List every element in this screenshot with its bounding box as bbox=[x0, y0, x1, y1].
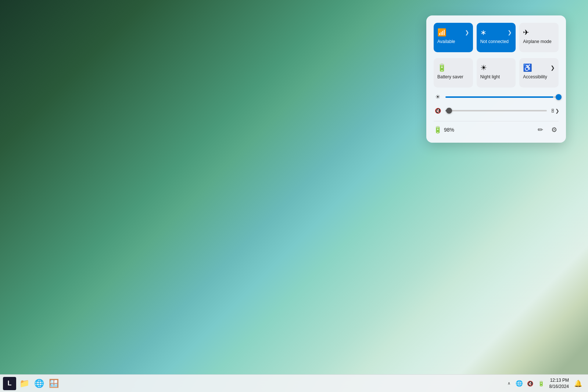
wifi-chevron-icon: ❯ bbox=[465, 29, 469, 35]
bottom-bar: 🔋 98% ✏ ⚙ bbox=[434, 121, 559, 135]
airplane-label: Airplane mode bbox=[523, 39, 551, 45]
mute-icon: 🔇 bbox=[434, 108, 442, 114]
clock-date: 8/16/2024 bbox=[549, 384, 569, 390]
bottom-actions: ✏ ⚙ bbox=[536, 124, 559, 135]
taskbar-app-store[interactable]: 🪟 bbox=[47, 377, 60, 390]
brightness-slider[interactable] bbox=[445, 96, 559, 98]
quick-settings-panel: 📶 ❯ Available ∗ ❯ Not connected ✈ Airpla… bbox=[426, 15, 566, 143]
brightness-slider-row: ☀ bbox=[434, 93, 559, 100]
toggle-grid-row1: 📶 ❯ Available ∗ ❯ Not connected ✈ Airpla… bbox=[434, 23, 559, 52]
brightness-icon: ☀ bbox=[434, 93, 442, 100]
volume-thumb[interactable] bbox=[446, 108, 452, 114]
speaker-settings-icon[interactable]: 🎚❯ bbox=[551, 108, 559, 114]
bluetooth-icon: ∗ bbox=[480, 28, 487, 37]
airplane-icon: ✈ bbox=[523, 28, 529, 37]
bluetooth-chevron-icon: ❯ bbox=[508, 29, 512, 35]
wifi-toggle[interactable]: 📶 ❯ Available bbox=[434, 23, 473, 52]
taskbar-language-icon[interactable]: 🌐 bbox=[515, 379, 524, 388]
wifi-icon: 📶 bbox=[437, 28, 447, 37]
night-light-icon: ☀ bbox=[480, 63, 487, 72]
battery-percentage: 98% bbox=[444, 127, 454, 133]
system-tray-expand[interactable]: ∧ bbox=[505, 379, 513, 387]
notification-button[interactable]: 🔔 bbox=[573, 378, 584, 389]
wifi-label: Available bbox=[437, 39, 455, 45]
battery-saver-label: Battery saver bbox=[437, 74, 463, 80]
night-light-label: Night light bbox=[480, 74, 500, 80]
toggle-grid-row2: 🔋 Battery saver ☀ Night light ♿ ❯ Access… bbox=[434, 58, 559, 88]
edit-button[interactable]: ✏ bbox=[536, 124, 545, 135]
settings-button[interactable]: ⚙ bbox=[550, 124, 559, 135]
taskbar-volume-icon[interactable]: 🔇 bbox=[526, 379, 535, 388]
taskbar-app-edge[interactable]: 🌐 bbox=[32, 377, 46, 390]
accessibility-icon: ♿ bbox=[523, 63, 532, 72]
clock-time: 12:13 PM bbox=[549, 377, 569, 384]
sliders-section: ☀ 🔇 🎚❯ bbox=[434, 93, 559, 114]
airplane-mode-toggle[interactable]: ✈ Airplane mode bbox=[519, 23, 559, 52]
bluetooth-label: Not connected bbox=[480, 39, 509, 45]
battery-saver-toggle[interactable]: 🔋 Battery saver bbox=[434, 58, 473, 88]
taskbar-apps: L 📁 🌐 🪟 bbox=[0, 377, 60, 390]
battery-status-icon: 🔋 bbox=[434, 126, 442, 134]
taskbar-app-file-explorer[interactable]: 📁 bbox=[18, 377, 31, 390]
brightness-thumb[interactable] bbox=[556, 94, 562, 100]
volume-slider[interactable] bbox=[445, 110, 547, 111]
taskbar: L 📁 🌐 🪟 ∧ 🌐 🔇 🔋 12:13 PM 8/16/2024 🔔 bbox=[0, 374, 588, 392]
taskbar-battery-icon[interactable]: 🔋 bbox=[537, 379, 546, 388]
bluetooth-toggle[interactable]: ∗ ❯ Not connected bbox=[477, 23, 516, 52]
taskbar-app-l[interactable]: L bbox=[3, 377, 16, 390]
tray-chevron-icon: ∧ bbox=[508, 381, 510, 386]
taskbar-clock[interactable]: 12:13 PM 8/16/2024 bbox=[548, 377, 570, 391]
battery-saver-icon: 🔋 bbox=[437, 63, 447, 72]
taskbar-right: ∧ 🌐 🔇 🔋 12:13 PM 8/16/2024 🔔 bbox=[505, 377, 588, 391]
battery-info: 🔋 98% bbox=[434, 126, 454, 134]
accessibility-toggle[interactable]: ♿ ❯ Accessibility bbox=[519, 58, 559, 88]
volume-slider-row: 🔇 🎚❯ bbox=[434, 108, 559, 114]
night-light-toggle[interactable]: ☀ Night light bbox=[477, 58, 516, 88]
accessibility-chevron-icon: ❯ bbox=[551, 65, 555, 71]
accessibility-label: Accessibility bbox=[523, 74, 547, 80]
